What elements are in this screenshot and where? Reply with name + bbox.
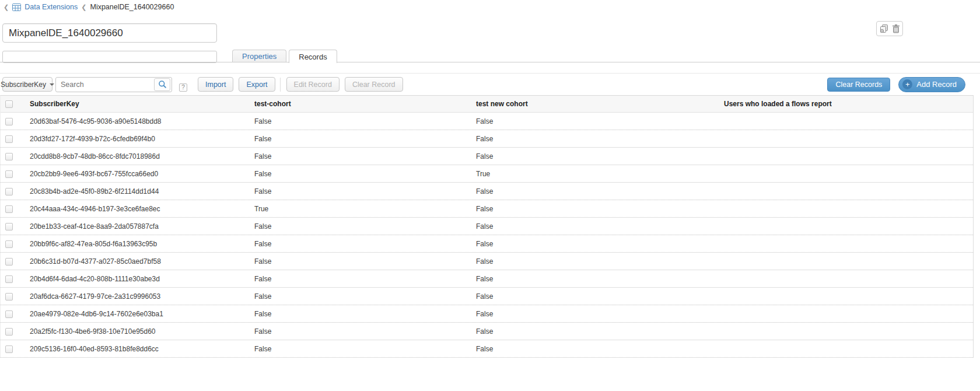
cell-test-new-cohort: True bbox=[476, 170, 724, 178]
tab-records[interactable]: Records bbox=[289, 50, 337, 63]
table-row[interactable]: 20cb2bb9-9ee6-493f-bc67-755fcca66ed0 Fal… bbox=[1, 165, 973, 183]
select-all-checkbox[interactable] bbox=[5, 100, 13, 108]
extension-name-input[interactable] bbox=[2, 23, 217, 43]
cell-test-cohort: False bbox=[254, 152, 476, 160]
add-record-label: Add Record bbox=[916, 80, 957, 89]
cell-test-new-cohort: False bbox=[476, 205, 724, 213]
search-button[interactable] bbox=[154, 78, 170, 91]
cell-subscriber-key: 20d3fd27-172f-4939-b72c-6cfedb69f4b0 bbox=[29, 135, 254, 143]
row-checkbox[interactable] bbox=[5, 275, 13, 283]
tab-divider-line bbox=[0, 62, 980, 62]
row-checkbox[interactable] bbox=[5, 188, 13, 196]
help-icon[interactable]: ? bbox=[179, 83, 187, 92]
cell-test-new-cohort: False bbox=[476, 275, 724, 283]
extension-actions-group bbox=[876, 21, 903, 36]
plus-icon: + bbox=[902, 79, 912, 89]
chevron-down-icon bbox=[50, 83, 54, 86]
cell-test-cohort: False bbox=[254, 240, 476, 248]
cell-subscriber-key: 20c44aaa-434c-4946-b197-3e3ce6fae8ec bbox=[29, 205, 254, 213]
cell-test-cohort: False bbox=[254, 170, 476, 178]
tab-properties[interactable]: Properties bbox=[232, 50, 286, 62]
import-button[interactable]: Import bbox=[198, 77, 233, 92]
table-row[interactable]: 209c5136-16f0-40ed-8593-81b8fe8dd6cc Fal… bbox=[1, 340, 973, 358]
table-row[interactable]: 20d63baf-5476-4c95-9036-a90e5148bdd8 Fal… bbox=[1, 113, 973, 130]
clear-record-button[interactable]: Clear Record bbox=[345, 77, 403, 92]
table-row[interactable]: 20cdd8b8-9cb7-48db-86cc-8fdc7018986d Fal… bbox=[1, 148, 973, 165]
row-checkbox[interactable] bbox=[5, 345, 13, 353]
column-header-test-new-cohort[interactable]: test new cohort bbox=[476, 100, 724, 108]
row-checkbox[interactable] bbox=[5, 328, 13, 336]
table-row[interactable]: 20d3fd27-172f-4939-b72c-6cfedb69f4b0 Fal… bbox=[1, 130, 973, 148]
row-checkbox[interactable] bbox=[5, 293, 13, 301]
cell-subscriber-key: 20bb9f6c-af82-47ea-805d-f6a13963c95b bbox=[29, 240, 254, 248]
table-row[interactable]: 20b4d6f4-6dad-4c20-808b-1111e30abe3d Fal… bbox=[1, 270, 973, 288]
table-row[interactable]: 20ae4979-082e-4db6-9c14-7602e6e03ba1 Fal… bbox=[1, 305, 973, 323]
cell-subscriber-key: 20c83b4b-ad2e-45f0-89b2-6f2114dd1d44 bbox=[29, 187, 254, 196]
table-row[interactable]: 20bb9f6c-af82-47ea-805d-f6a13963c95b Fal… bbox=[1, 235, 973, 253]
cell-test-new-cohort: False bbox=[476, 327, 724, 336]
cell-subscriber-key: 20d63baf-5476-4c95-9036-a90e5148bdd8 bbox=[29, 117, 254, 125]
table-row[interactable]: 20c83b4b-ad2e-45f0-89b2-6f2114dd1d44 Fal… bbox=[1, 183, 973, 200]
edit-record-button[interactable]: Edit Record bbox=[286, 77, 340, 92]
export-button[interactable]: Export bbox=[239, 77, 275, 92]
cell-test-new-cohort: False bbox=[476, 345, 724, 353]
cell-test-cohort: True bbox=[254, 205, 476, 213]
cell-test-cohort: False bbox=[254, 292, 476, 301]
cell-test-new-cohort: False bbox=[476, 292, 724, 301]
row-checkbox[interactable] bbox=[5, 205, 13, 213]
column-header-flows-report[interactable]: Users who loaded a flows report bbox=[724, 100, 973, 108]
cell-test-new-cohort: False bbox=[476, 222, 724, 231]
cell-subscriber-key: 20af6dca-6627-4179-97ce-2a31c9996053 bbox=[29, 292, 254, 301]
table-row[interactable]: 20be1b33-ceaf-41ce-8aa9-2da057887cfa Fal… bbox=[1, 218, 973, 235]
row-checkbox[interactable] bbox=[5, 240, 13, 248]
breadcrumb: ❮ Data Extensions ❮ MixpanelDE_164002966… bbox=[4, 2, 174, 12]
breadcrumb-separator-icon: ❮ bbox=[81, 2, 86, 12]
cell-subscriber-key: 20be1b33-ceaf-41ce-8aa9-2da057887cfa bbox=[29, 222, 254, 231]
table-body: 20d63baf-5476-4c95-9036-a90e5148bdd8 Fal… bbox=[1, 113, 973, 358]
cell-subscriber-key: 20cb2bb9-9ee6-493f-bc67-755fcca66ed0 bbox=[29, 170, 254, 178]
table-row[interactable]: 20c44aaa-434c-4946-b197-3e3ce6fae8ec Tru… bbox=[1, 200, 973, 218]
cell-test-new-cohort: False bbox=[476, 240, 724, 248]
table-row[interactable]: 20af6dca-6627-4179-97ce-2a31c9996053 Fal… bbox=[1, 288, 973, 305]
cell-test-cohort: False bbox=[254, 117, 476, 125]
clear-records-button[interactable]: Clear Records bbox=[827, 78, 890, 92]
column-header-test-cohort[interactable]: test-cohort bbox=[254, 100, 476, 108]
cell-test-cohort: False bbox=[254, 135, 476, 143]
cell-test-cohort: False bbox=[254, 257, 476, 266]
cell-subscriber-key: 20a2f5fc-f130-4be6-9f38-10e710e95d60 bbox=[29, 327, 254, 336]
toolbar-right-cluster: Clear Records + Add Record bbox=[827, 77, 965, 92]
extension-description-input[interactable] bbox=[2, 51, 217, 63]
row-checkbox[interactable] bbox=[5, 310, 13, 318]
breadcrumb-data-extensions-link[interactable]: Data Extensions bbox=[24, 3, 78, 11]
trash-icon[interactable] bbox=[892, 24, 900, 33]
row-checkbox[interactable] bbox=[5, 258, 13, 266]
row-checkbox[interactable] bbox=[5, 118, 13, 125]
tab-bar: Properties Records bbox=[232, 50, 337, 63]
column-header-subscriber-key[interactable]: SubscriberKey bbox=[29, 100, 254, 108]
cell-test-new-cohort: False bbox=[476, 257, 724, 266]
records-table: SubscriberKey test-cohort test new cohor… bbox=[0, 95, 974, 358]
data-extension-grid-icon bbox=[12, 4, 21, 11]
cell-subscriber-key: 20b4d6f4-6dad-4c20-808b-1111e30abe3d bbox=[29, 275, 254, 283]
cell-test-new-cohort: False bbox=[476, 117, 724, 125]
cell-subscriber-key: 209c5136-16f0-40ed-8593-81b8fe8dd6cc bbox=[29, 345, 254, 353]
cell-subscriber-key: 20ae4979-082e-4db6-9c14-7602e6e03ba1 bbox=[29, 310, 254, 318]
row-checkbox[interactable] bbox=[5, 170, 13, 178]
cell-test-cohort: False bbox=[254, 327, 476, 336]
cell-subscriber-key: 20cdd8b8-9cb7-48db-86cc-8fdc7018986d bbox=[29, 152, 254, 160]
search-field-dropdown[interactable]: SubscriberKey bbox=[2, 77, 52, 92]
cell-test-new-cohort: False bbox=[476, 187, 724, 196]
row-checkbox[interactable] bbox=[5, 223, 13, 231]
copy-icon[interactable] bbox=[879, 24, 888, 33]
table-row[interactable]: 20b6c31d-b07d-4377-a027-85c0aed7bf58 Fal… bbox=[1, 253, 973, 270]
table-row[interactable]: 20a2f5fc-f130-4be6-9f38-10e710e95d60 Fal… bbox=[1, 323, 973, 340]
add-record-button[interactable]: + Add Record bbox=[898, 77, 965, 92]
cell-test-cohort: False bbox=[254, 187, 476, 196]
cell-test-cohort: False bbox=[254, 222, 476, 231]
row-checkbox[interactable] bbox=[5, 135, 13, 143]
row-checkbox[interactable] bbox=[5, 153, 13, 160]
cell-test-cohort: False bbox=[254, 310, 476, 318]
toolbar-divider bbox=[280, 78, 281, 92]
back-chevron-icon[interactable]: ❮ bbox=[4, 2, 9, 12]
cell-test-cohort: False bbox=[254, 345, 476, 353]
